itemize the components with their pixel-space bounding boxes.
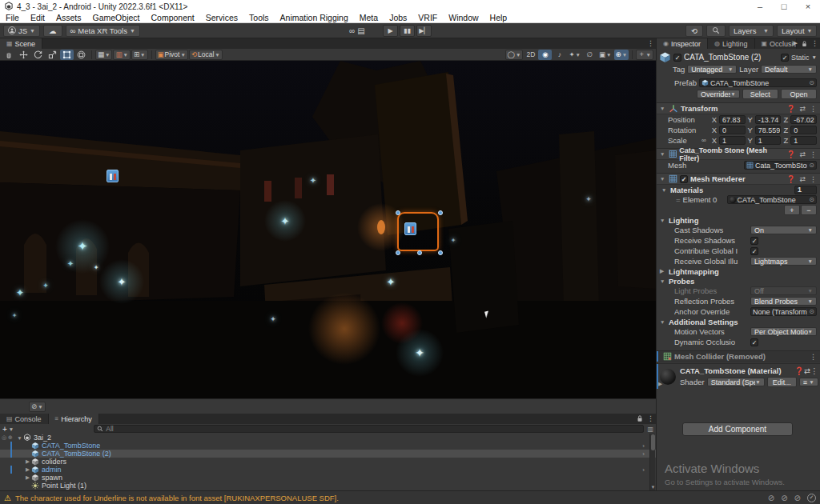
kebab-icon[interactable]: ⋮ [810, 150, 817, 158]
mesh-field[interactable]: Cata_ToombStone ⊙ [744, 161, 817, 170]
step-button[interactable]: ▶▏ [416, 25, 432, 37]
element0-material-field[interactable]: CATA_TombStone ⊙ [727, 195, 817, 204]
pause-button[interactable]: ▮▮ [400, 25, 415, 37]
camera-settings-dropdown[interactable]: ▣▼ [597, 50, 613, 60]
hierarchy-row-coliders[interactable]: ▶coliders [0, 458, 656, 466]
pivot-toggle[interactable]: ▣Pivot▼ [155, 50, 188, 60]
scene-lighting-toggle[interactable]: ◉ [538, 50, 552, 60]
help-icon[interactable]: ❓ [786, 175, 795, 183]
device-view-icon[interactable]: ▤ [357, 25, 364, 37]
position-x-field[interactable]: 67.83 [719, 115, 746, 124]
collab-disabled-icon[interactable]: ⊘ [794, 494, 801, 502]
prefab-open-chevron[interactable]: › [642, 450, 645, 458]
panel-menu-icon[interactable]: ⋮ [811, 39, 818, 47]
material-foldout-icon[interactable]: ▶ [658, 381, 662, 387]
menu-help[interactable]: Help [484, 13, 513, 23]
presets-icon[interactable]: ⇄ [804, 366, 810, 375]
help-icon[interactable]: ❓ [786, 150, 795, 158]
menu-services[interactable]: Services [200, 13, 243, 23]
search-input[interactable] [106, 425, 641, 433]
anchor-override-field[interactable]: None (Transform) ⊙ [750, 307, 817, 316]
kebab-icon[interactable]: ⋮ [810, 175, 817, 183]
minimize-button[interactable]: – [748, 0, 772, 13]
more-tabs-icon[interactable]: ▶ [794, 40, 798, 46]
gizmos-dropdown[interactable]: ⊕▼ [614, 50, 629, 60]
2d-toggle[interactable]: 2D [524, 50, 537, 60]
presets-icon[interactable]: ⇄ [799, 150, 806, 158]
foldout-icon[interactable]: ▶ [660, 268, 666, 274]
move-tool[interactable] [17, 50, 30, 60]
effects-mute-dropdown[interactable]: ⊘▼ [29, 402, 46, 412]
menu-component[interactable]: Component [145, 13, 199, 23]
tool-settings-dropdown[interactable]: ＋▼ [636, 50, 653, 60]
menu-meta[interactable]: Meta [354, 13, 384, 23]
tab-inspector[interactable]: ◉ Inspector [657, 38, 708, 49]
play-button[interactable]: ▶ [383, 25, 398, 37]
mesh-collider-removed-header[interactable]: Mesh Collider (Removed) ⋮ [657, 350, 820, 362]
cache-disabled-icon[interactable]: ⊘ [781, 494, 787, 502]
overrides-dropdown[interactable]: Overrides▼ [697, 90, 740, 98]
contribute-gi-checkbox[interactable]: ✓ [750, 247, 758, 255]
active-checkbox[interactable]: ✓ [673, 54, 681, 62]
status-message[interactable]: The character used for Underline is not … [15, 494, 762, 502]
selected-sprite-gizmo[interactable] [404, 222, 416, 235]
add-material-button[interactable]: + [784, 205, 800, 215]
hierarchy-row-point-light-1-[interactable]: Point Light (1) [0, 482, 656, 490]
hierarchy-scrollbar[interactable]: ▼ [649, 434, 655, 490]
scene-viewport[interactable]: ✦✦✦✦✦✦✦✦✦✦✦✦✦✦ [0, 61, 656, 398]
object-name[interactable]: CATA_TombStone (2) [684, 53, 778, 62]
undo-history-button[interactable]: ⟲ [685, 25, 703, 37]
lock-icon[interactable] [636, 414, 644, 422]
menu-assets[interactable]: Assets [50, 13, 87, 23]
rect-tool-handle[interactable] [417, 250, 422, 255]
tab-console[interactable]: ▤ Console [0, 414, 49, 424]
rect-tool-handle[interactable] [438, 210, 443, 215]
rotation-y-field[interactable]: 78.559 [755, 126, 782, 134]
object-picker-icon[interactable]: ⊙ [809, 308, 814, 315]
scale-tool[interactable] [46, 50, 59, 60]
menu-vrif[interactable]: VRIF [412, 13, 443, 23]
handle-orientation-toggle[interactable]: ⟲Local▼ [189, 50, 223, 60]
scale-y-field[interactable]: 1 [755, 136, 782, 145]
scale-z-field[interactable]: 1 [790, 136, 817, 145]
tab-occlusion[interactable]: ▣ Occlusion [755, 38, 797, 49]
expander-icon[interactable]: ▼ [16, 435, 23, 441]
mesh-filter-header[interactable]: ▼ Cata_Toomb Stone (Mesh Filter) ❓⇄⋮ [657, 148, 820, 160]
hierarchy-row-cata-tombstone[interactable]: CATA_TombStone› [0, 442, 656, 450]
mesh-renderer-header[interactable]: ▼ ✓ Mesh Renderer ❓⇄⋮ [657, 173, 820, 185]
layers-dropdown[interactable]: Layers▼ [729, 25, 774, 37]
tab-scene[interactable]: ▦ Scene [0, 38, 42, 49]
close-button[interactable]: × [796, 0, 820, 13]
panel-menu-icon[interactable]: ⋮ [647, 414, 654, 422]
foldout-icon[interactable]: ▼ [661, 187, 668, 193]
search-button[interactable] [706, 25, 726, 37]
lock-icon[interactable] [801, 40, 808, 47]
foldout-icon[interactable]: ▼ [660, 319, 666, 325]
transform-tool[interactable] [74, 50, 88, 60]
menu-animation-rigging[interactable]: Animation Rigging [275, 13, 354, 23]
foldout-icon[interactable]: ▼ [660, 278, 666, 284]
object-picker-icon[interactable]: ⊙ [809, 79, 814, 86]
remove-material-button[interactable]: − [801, 205, 817, 215]
transform-component-header[interactable]: ▼ Transform ❓⇄⋮ [657, 102, 820, 114]
grid-snapping-dropdown[interactable]: ⊞▼ [131, 50, 148, 60]
status-bar[interactable]: ⚠ The character used for Underline is no… [0, 490, 820, 504]
rect-tool-handle[interactable] [438, 250, 443, 255]
scene-audio-toggle[interactable]: ♪ [553, 50, 566, 60]
sprite-gizmo[interactable] [107, 170, 119, 182]
menu-file[interactable]: File [0, 13, 25, 23]
material-menu-dropdown[interactable]: ≡▼ [799, 378, 818, 386]
receive-gi-dropdown[interactable]: Lightmaps▼ [750, 257, 817, 266]
position-y-field[interactable]: -13.74 [755, 115, 782, 124]
reflection-probes-dropdown[interactable]: Blend Probes▼ [750, 297, 817, 306]
hidden-objects-toggle[interactable]: ∅ [583, 50, 597, 60]
kebab-icon[interactable]: ⋮ [810, 353, 817, 361]
expander-icon[interactable]: ▶ [24, 474, 31, 481]
prefab-open-chevron[interactable]: › [642, 442, 645, 450]
static-dropdown-icon[interactable]: ▼ [812, 54, 817, 60]
rotate-tool[interactable] [31, 50, 45, 60]
meta-xr-tools-dropdown[interactable]: ∞ Meta XR Tools▼ [66, 25, 140, 37]
tasks-complete-icon[interactable]: ✓ [807, 494, 816, 502]
snap-increment-dropdown[interactable]: ▥▼ [113, 50, 130, 60]
account-dropdown[interactable]: JS▼ [3, 25, 40, 37]
